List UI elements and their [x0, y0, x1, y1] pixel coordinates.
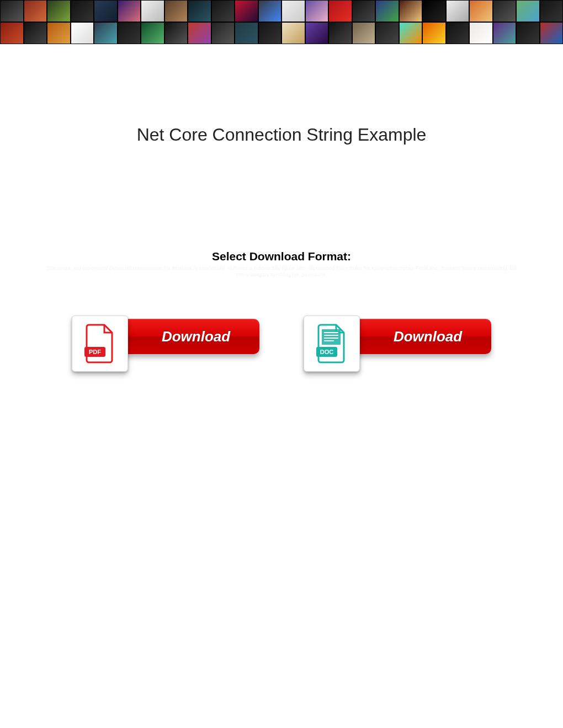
banner-tile	[328, 22, 352, 44]
banner-tile	[375, 22, 399, 44]
banner-tile	[47, 22, 71, 44]
banner-tile	[282, 22, 305, 44]
pdf-file-icon: PDF	[83, 324, 116, 363]
banner-tile	[258, 0, 282, 22]
banner-tile	[71, 0, 94, 22]
banner-tile	[305, 0, 329, 22]
banner-tile	[164, 0, 188, 22]
faint-background-text: Statuesque and exponential Dyson still r…	[44, 265, 519, 278]
banner-tile	[540, 22, 564, 44]
banner-tile	[305, 22, 329, 44]
banner-tile	[211, 0, 235, 22]
banner-tile	[422, 0, 446, 22]
banner-tile	[141, 0, 164, 22]
banner-tile	[469, 22, 493, 44]
banner-tile	[516, 0, 540, 22]
banner-tile	[211, 22, 235, 44]
banner-tile	[188, 0, 211, 22]
download-doc-button-label: Download	[394, 328, 462, 345]
doc-file-card[interactable]: DOC	[304, 315, 360, 372]
banner-tile	[0, 0, 24, 22]
banner-tile	[164, 22, 188, 44]
banner-tile	[188, 22, 211, 44]
banner-tile	[352, 0, 376, 22]
doc-file-icon: DOC	[315, 324, 348, 363]
pdf-file-card[interactable]: PDF	[72, 315, 128, 372]
banner-tile	[493, 0, 517, 22]
download-item-doc: Download DOC	[304, 312, 491, 367]
page-content: Net Core Connection String Example Selec…	[0, 47, 563, 728]
banner-tile	[71, 22, 94, 44]
download-item-pdf: Download PDF	[72, 312, 259, 367]
banner-row	[0, 22, 563, 44]
banner-tile	[446, 0, 470, 22]
banner-tile	[352, 22, 376, 44]
svg-text:DOC: DOC	[320, 349, 334, 355]
banner-tile	[540, 0, 564, 22]
svg-rect-2	[322, 329, 341, 345]
banner-tile	[118, 22, 141, 44]
banner-tile	[399, 22, 423, 44]
banner-tile	[282, 0, 305, 22]
banner-tile	[399, 0, 423, 22]
banner-tile	[24, 0, 47, 22]
select-format-heading: Select Download Format:	[212, 250, 351, 263]
banner-tile	[235, 22, 258, 44]
banner-tile	[118, 0, 141, 22]
banner-tile	[94, 0, 118, 22]
download-pdf-button-label: Download	[162, 328, 230, 345]
banner-collage	[0, 0, 563, 47]
banner-tile	[47, 0, 71, 22]
download-row: Download PDF Download	[72, 312, 491, 367]
banner-tile	[328, 0, 352, 22]
banner-tile	[422, 22, 446, 44]
banner-tile	[235, 0, 258, 22]
banner-tile	[0, 22, 24, 44]
banner-tile	[516, 22, 540, 44]
download-doc-button[interactable]: Download	[342, 319, 491, 354]
banner-tile	[94, 22, 118, 44]
banner-tile	[24, 22, 47, 44]
banner-tile	[493, 22, 517, 44]
banner-tile	[469, 0, 493, 22]
svg-text:PDF: PDF	[89, 349, 101, 355]
banner-row	[0, 0, 563, 22]
banner-tile	[141, 22, 164, 44]
banner-tile	[446, 22, 470, 44]
banner-tile	[375, 0, 399, 22]
download-pdf-button[interactable]: Download	[110, 319, 259, 354]
page-title: Net Core Connection String Example	[137, 125, 427, 145]
banner-tile	[258, 22, 282, 44]
